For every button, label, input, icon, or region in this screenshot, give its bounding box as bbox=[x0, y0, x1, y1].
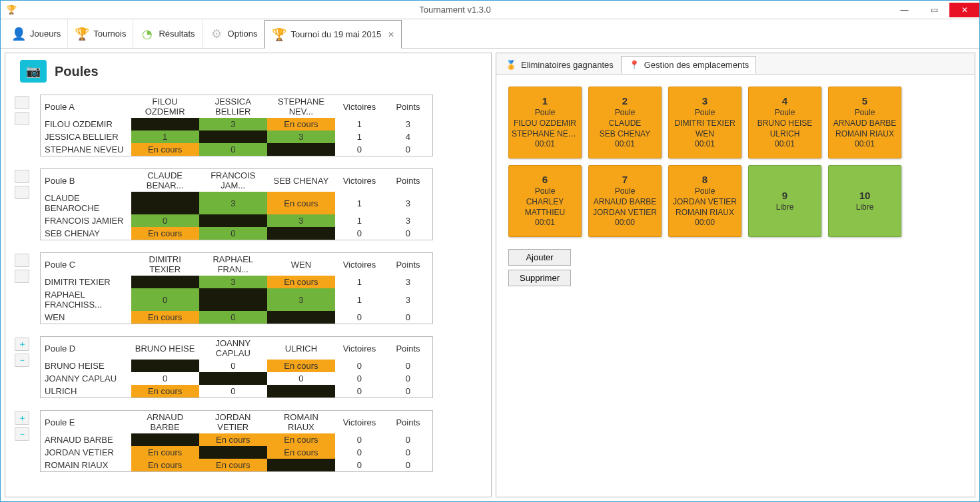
score-cell[interactable]: 0 bbox=[131, 372, 199, 385]
close-button[interactable]: ✕ bbox=[949, 3, 979, 17]
score-cell[interactable] bbox=[199, 130, 267, 143]
col-points: Points bbox=[384, 253, 432, 276]
score-cell[interactable]: 0 bbox=[199, 311, 267, 324]
score-cell[interactable] bbox=[199, 288, 267, 311]
slot-9[interactable]: 9Libre bbox=[748, 165, 821, 237]
slot-player-2: ROMAIN RIAUX bbox=[835, 129, 894, 140]
slot-number: 7 bbox=[622, 174, 628, 185]
camera-icon[interactable]: 📷 bbox=[20, 60, 47, 83]
score-cell[interactable]: 0 bbox=[199, 385, 267, 397]
remove-row-button[interactable]: － bbox=[15, 354, 29, 367]
score-cell[interactable]: 0 bbox=[199, 360, 267, 372]
score-cell[interactable]: En cours bbox=[131, 385, 199, 397]
score-cell[interactable]: En cours bbox=[267, 192, 335, 214]
score-cell[interactable]: En cours bbox=[199, 459, 267, 471]
score-cell[interactable] bbox=[267, 385, 335, 397]
slot-timer: 00:01 bbox=[695, 139, 715, 150]
add-row-button[interactable]: ＋ bbox=[15, 338, 29, 351]
col-header: FILOU OZDEMIR bbox=[131, 95, 199, 118]
right-tab-0[interactable]: 🏅Eliminatoires gagnantes bbox=[498, 56, 621, 74]
slot-buttons: Ajouter Supprimer bbox=[508, 249, 571, 286]
side-button[interactable] bbox=[15, 254, 29, 267]
score-cell[interactable]: 3 bbox=[267, 288, 335, 311]
score-cell[interactable]: En cours bbox=[267, 360, 335, 372]
score-cell[interactable] bbox=[131, 276, 199, 288]
poule-poule-b: Poule BCLAUDE BENAR...FRANCOIS JAM...SEB… bbox=[15, 168, 482, 240]
score-cell[interactable]: En cours bbox=[131, 311, 199, 324]
score-cell[interactable]: 3 bbox=[199, 192, 267, 214]
slot-4[interactable]: 4 Poule BRUNO HEISE ULRICH 00:01 bbox=[748, 87, 821, 158]
col-header: FRANCOIS JAM... bbox=[199, 169, 267, 192]
score-cell[interactable]: 3 bbox=[199, 118, 267, 130]
score-cell[interactable] bbox=[131, 360, 199, 372]
victories: 0 bbox=[335, 360, 384, 372]
player-name: SEB CHENAY bbox=[41, 227, 131, 240]
score-cell[interactable] bbox=[199, 372, 267, 385]
slot-5[interactable]: 5 Poule ARNAUD BARBE ROMAIN RIAUX 00:01 bbox=[828, 87, 901, 158]
score-cell[interactable]: 0 bbox=[131, 288, 199, 311]
main-tab-options[interactable]: ⚙Options bbox=[203, 19, 265, 48]
main-tab-tournois[interactable]: 🏆Tournois bbox=[68, 19, 133, 48]
slot-type-label: Poule bbox=[615, 186, 636, 197]
score-cell[interactable]: En cours bbox=[267, 276, 335, 288]
score-cell[interactable] bbox=[199, 214, 267, 227]
trophy-icon: 🏆 bbox=[6, 5, 17, 15]
main-tab-joueurs[interactable]: 👤Joueurs bbox=[5, 19, 68, 48]
score-cell[interactable]: 3 bbox=[267, 214, 335, 227]
slot-10[interactable]: 10Libre bbox=[828, 165, 901, 237]
score-cell[interactable]: 1 bbox=[131, 130, 199, 143]
score-cell[interactable]: En cours bbox=[131, 227, 199, 240]
maximize-button[interactable]: ▭ bbox=[919, 3, 949, 17]
main-tab-résultats[interactable]: ◔Résultats bbox=[133, 19, 202, 48]
close-tab-icon[interactable]: ✕ bbox=[388, 30, 394, 39]
col-header: RAPHAEL FRAN... bbox=[199, 253, 267, 276]
delete-slot-button[interactable]: Supprimer bbox=[508, 270, 571, 286]
side-button[interactable] bbox=[15, 270, 29, 283]
slot-8[interactable]: 8 Poule JORDAN VETIER ROMAIN RIAUX 00:00 bbox=[668, 165, 741, 237]
add-row-button[interactable]: ＋ bbox=[15, 411, 29, 425]
side-button[interactable] bbox=[15, 170, 29, 183]
slot-3[interactable]: 3 Poule DIMITRI TEXIER WEN 00:01 bbox=[668, 87, 741, 158]
slot-1[interactable]: 1 Poule FILOU OZDEMIR STEPHANE NEVEU 00:… bbox=[508, 87, 582, 158]
score-cell[interactable] bbox=[199, 446, 267, 459]
slot-7[interactable]: 7 Poule ARNAUD BARBE JORDAN VETIER 00:00 bbox=[588, 165, 662, 237]
score-cell[interactable]: 0 bbox=[131, 214, 199, 227]
score-cell[interactable] bbox=[131, 192, 199, 214]
col-points: Points bbox=[384, 411, 432, 433]
score-cell[interactable]: En cours bbox=[199, 433, 267, 446]
score-cell[interactable] bbox=[267, 311, 335, 324]
slot-2[interactable]: 2 Poule CLAUDE SEB CHENAY 00:01 bbox=[588, 87, 662, 158]
score-cell[interactable]: 0 bbox=[199, 143, 267, 156]
score-cell[interactable]: En cours bbox=[131, 459, 199, 471]
score-cell[interactable] bbox=[131, 433, 199, 446]
slot-type-label: Poule bbox=[535, 186, 556, 197]
right-tab-1[interactable]: 📍Gestion des emplacements bbox=[621, 56, 757, 74]
score-cell[interactable]: En cours bbox=[267, 433, 335, 446]
person-icon: 👤 bbox=[11, 27, 26, 41]
minimize-button[interactable]: — bbox=[889, 3, 919, 17]
score-cell[interactable] bbox=[267, 459, 335, 471]
score-cell[interactable]: 0 bbox=[267, 372, 335, 385]
score-cell[interactable]: En cours bbox=[131, 143, 199, 156]
score-cell[interactable]: 3 bbox=[199, 276, 267, 288]
titlebar: 🏆 Tournament v1.3.0 — ▭ ✕ bbox=[1, 1, 979, 19]
slot-6[interactable]: 6 Poule CHARLEY MATTHIEU 00:01 bbox=[508, 165, 582, 237]
score-cell[interactable]: En cours bbox=[267, 118, 335, 130]
active-tab-label: Tournoi du 19 mai 2015 bbox=[290, 29, 381, 39]
slot-type-label: Poule bbox=[695, 108, 716, 119]
side-button[interactable] bbox=[15, 96, 29, 109]
active-tournament-tab[interactable]: 🏆Tournoi du 19 mai 2015✕ bbox=[264, 20, 402, 49]
score-cell[interactable] bbox=[267, 227, 335, 240]
score-cell[interactable] bbox=[131, 118, 199, 130]
side-button[interactable] bbox=[15, 112, 29, 125]
score-cell[interactable]: En cours bbox=[131, 446, 199, 459]
pie-icon: ◔ bbox=[140, 27, 155, 41]
score-cell[interactable]: En cours bbox=[267, 446, 335, 459]
score-cell[interactable]: 3 bbox=[267, 130, 335, 143]
slot-player-1: FILOU OZDEMIR bbox=[514, 119, 576, 129]
score-cell[interactable] bbox=[267, 143, 335, 156]
side-button[interactable] bbox=[15, 186, 29, 199]
score-cell[interactable]: 0 bbox=[199, 227, 267, 240]
add-slot-button[interactable]: Ajouter bbox=[508, 249, 571, 266]
remove-row-button[interactable]: － bbox=[15, 427, 29, 441]
